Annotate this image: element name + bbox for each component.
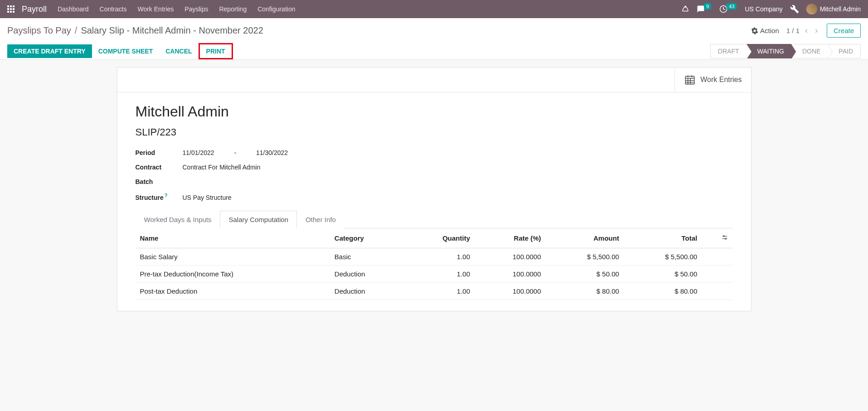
create-draft-entry-button[interactable]: CREATE DRAFT ENTRY	[7, 44, 92, 58]
col-total[interactable]: Total	[624, 228, 702, 248]
cell-amount: $ 80.00	[546, 282, 624, 300]
svg-point-12	[725, 238, 726, 239]
user-menu[interactable]: Mitchell Admin	[806, 4, 861, 15]
breadcrumb: Payslips To Pay / Salary Slip - Mitchell…	[7, 25, 263, 36]
apps-icon[interactable]	[7, 5, 15, 13]
main-menu: Dashboard Contracts Work Entries Payslip…	[58, 5, 678, 13]
menu-configuration[interactable]: Configuration	[257, 5, 295, 13]
menu-work-entries[interactable]: Work Entries	[137, 5, 174, 13]
cell-rate: 100.0000	[475, 282, 546, 300]
create-button[interactable]: Create	[827, 24, 861, 38]
cell-category: Basic	[330, 248, 405, 265]
cell-rate: 100.0000	[475, 265, 546, 282]
activities-badge: 43	[727, 3, 737, 10]
structure-value: US Pay Structure	[183, 194, 232, 201]
messages-icon[interactable]: 9	[697, 5, 712, 13]
col-category[interactable]: Category	[330, 228, 405, 248]
status-draft[interactable]: DRAFT	[710, 44, 747, 58]
print-button[interactable]: PRINT	[199, 43, 233, 59]
status-waiting[interactable]: WAITING	[747, 44, 791, 58]
table-row[interactable]: Pre-tax Deduction(Income Tax)Deduction1.…	[136, 265, 733, 282]
table-row[interactable]: Post-tax DeductionDeduction1.00100.0000$…	[136, 282, 733, 300]
status-done[interactable]: DONE	[791, 44, 828, 58]
cell-rate: 100.0000	[475, 248, 546, 265]
app-brand[interactable]: Payroll	[22, 5, 47, 14]
tab-other-info[interactable]: Other Info	[297, 211, 344, 228]
contract-label: Contract	[136, 164, 183, 171]
employee-title: Mitchell Admin	[136, 103, 733, 120]
breadcrumb-current: Salary Slip - Mitchell Admin - November …	[81, 25, 263, 36]
col-rate[interactable]: Rate (%)	[475, 228, 546, 248]
activities-icon[interactable]: 43	[719, 5, 737, 13]
form-sheet: Work Entries Mitchell Admin SLIP/223 Per…	[117, 67, 752, 311]
tabs: Worked Days & Inputs Salary Computation …	[136, 210, 733, 228]
menu-dashboard[interactable]: Dashboard	[58, 5, 89, 13]
cell-amount: $ 5,500.00	[546, 248, 624, 265]
breadcrumb-sep: /	[75, 25, 78, 36]
compute-sheet-button[interactable]: COMPUTE SHEET	[92, 44, 160, 58]
col-quantity[interactable]: Quantity	[405, 228, 475, 248]
tab-worked-days[interactable]: Worked Days & Inputs	[136, 211, 220, 228]
work-entries-stat-button[interactable]: Work Entries	[674, 68, 751, 92]
menu-payslips[interactable]: Payslips	[184, 5, 208, 13]
cell-total: $ 80.00	[624, 282, 702, 300]
debug-icon[interactable]	[790, 5, 799, 14]
period-from: 11/01/2022	[183, 149, 214, 156]
menu-contracts[interactable]: Contracts	[100, 5, 127, 13]
top-navbar: Payroll Dashboard Contracts Work Entries…	[0, 0, 868, 18]
cell-name: Pre-tax Deduction(Income Tax)	[136, 265, 330, 282]
col-name[interactable]: Name	[136, 228, 330, 248]
batch-label: Batch	[136, 178, 183, 185]
help-icon[interactable]: ?	[165, 193, 168, 198]
cell-quantity: 1.00	[405, 248, 475, 265]
salary-lines-table: Name Category Quantity Rate (%) Amount T…	[136, 228, 733, 300]
period-sep: -	[234, 149, 236, 156]
period-label: Period	[136, 149, 183, 156]
cell-category: Deduction	[330, 265, 405, 282]
control-panel: Payslips To Pay / Salary Slip - Mitchell…	[0, 18, 868, 60]
cancel-button[interactable]: CANCEL	[159, 44, 198, 58]
col-amount[interactable]: Amount	[546, 228, 624, 248]
cell-quantity: 1.00	[405, 265, 475, 282]
messages-badge: 9	[704, 3, 711, 10]
payslip-reference: SLIP/223	[136, 126, 733, 138]
cell-name: Basic Salary	[136, 248, 330, 265]
company-switcher[interactable]: US Company	[745, 5, 782, 13]
cell-total: $ 50.00	[624, 265, 702, 282]
cell-category: Deduction	[330, 282, 405, 300]
table-row[interactable]: Basic SalaryBasic1.00100.0000$ 5,500.00$…	[136, 248, 733, 265]
statusbar: DRAFT WAITING DONE PAID	[710, 44, 861, 58]
voip-icon[interactable]	[681, 5, 689, 13]
tab-salary-computation[interactable]: Salary Computation	[220, 211, 297, 228]
user-name: Mitchell Admin	[820, 5, 861, 13]
structure-label: Structure?	[136, 193, 183, 201]
pager-value[interactable]: 1 / 1	[786, 27, 800, 34]
optional-columns-icon[interactable]	[702, 228, 732, 248]
menu-reporting[interactable]: Reporting	[219, 5, 247, 13]
pager-next-icon[interactable]: ›	[813, 26, 820, 35]
breadcrumb-parent[interactable]: Payslips To Pay	[7, 25, 71, 36]
pager: 1 / 1 ‹ ›	[786, 26, 820, 35]
cell-amount: $ 50.00	[546, 265, 624, 282]
period-to: 11/30/2022	[256, 149, 288, 156]
action-menu[interactable]: Action	[751, 27, 779, 34]
cell-name: Post-tax Deduction	[136, 282, 330, 300]
svg-point-11	[723, 236, 724, 237]
cell-quantity: 1.00	[405, 282, 475, 300]
pager-prev-icon[interactable]: ‹	[803, 26, 810, 35]
cell-total: $ 5,500.00	[624, 248, 702, 265]
work-entries-label: Work Entries	[700, 76, 742, 84]
contract-value: Contract For Mitchell Admin	[183, 164, 261, 171]
calendar-icon	[684, 74, 696, 86]
avatar	[806, 4, 817, 15]
